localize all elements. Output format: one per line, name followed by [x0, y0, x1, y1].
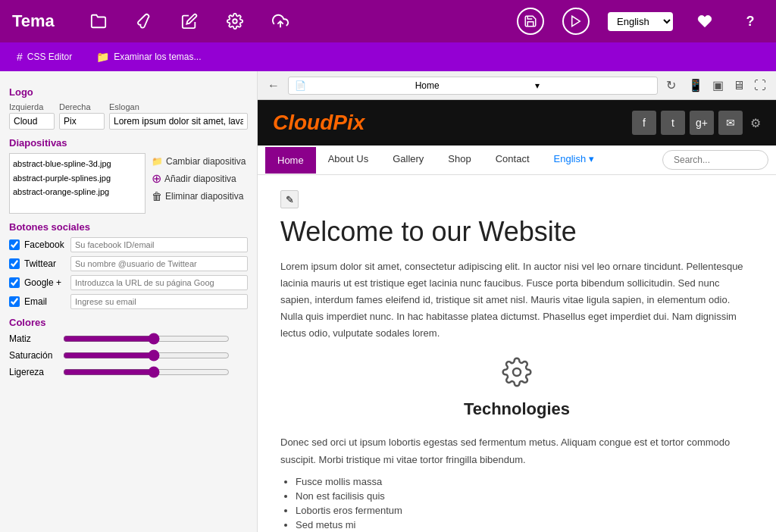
diapo-item-2[interactable]: abstract-purple-splines.jpg	[13, 171, 142, 186]
social-twitter-row: Twittear	[9, 256, 248, 271]
tech-text: Donec sed orci ut ipsum lobortis egestas…	[280, 434, 753, 468]
social-facebook-row: Facebook	[9, 237, 248, 252]
social-icon-2: t	[661, 111, 685, 135]
header-icons: f t g+ ✉ ⚙	[632, 111, 761, 135]
cambiar-diapo-btn[interactable]: 📁 Cambiar diapositiva	[152, 156, 246, 167]
logo-slogan-input[interactable]	[109, 113, 248, 130]
facebook-checkbox[interactable]	[9, 239, 20, 250]
preview: CloudPix f t g+ ✉ ⚙ Home About Us Galler…	[258, 100, 776, 532]
preview-edit-icon[interactable]: ✎	[280, 190, 299, 208]
welcome-text: Lorem ipsum dolor sit amet, consectetur …	[280, 258, 753, 342]
brush-icon[interactable]	[130, 8, 158, 35]
tech-list-item-2: Non est facilisis quis	[296, 490, 753, 502]
google-input[interactable]	[70, 275, 248, 290]
tablet-view-btn[interactable]: ▣	[709, 77, 728, 94]
svg-point-0	[233, 19, 237, 23]
page-icon: 📄	[295, 80, 411, 91]
nav-shop[interactable]: Shop	[436, 146, 483, 174]
right-panel: ← 📄 Home ▾ ↻ 📱 ▣ 🖥 ⛶ CloudPix	[258, 71, 776, 532]
main-content: Logo Izquierda Derecha Eslogan Diapositi…	[0, 71, 776, 532]
upload-icon[interactable]	[267, 8, 294, 35]
phone-view-btn[interactable]: 📱	[684, 77, 707, 94]
email-checkbox[interactable]	[9, 296, 20, 307]
folder-icon[interactable]	[85, 8, 112, 35]
site-logo: CloudPix	[273, 111, 365, 135]
facebook-label: Facebook	[24, 239, 66, 250]
tab-examinar-temas[interactable]: 📁 Examinar los temas...	[86, 46, 211, 67]
tabs-bar: # CSS Editor 📁 Examinar los temas...	[0, 42, 776, 71]
diapo-item-3[interactable]: abstract-orange-spline.jpg	[13, 185, 142, 199]
save-icon[interactable]	[517, 8, 544, 35]
left-panel: Logo Izquierda Derecha Eslogan Diapositi…	[0, 71, 258, 532]
twitter-checkbox[interactable]	[9, 258, 20, 269]
logo-row: Izquierda Derecha Eslogan	[9, 102, 248, 130]
ligereza-row: Ligereza	[9, 366, 248, 378]
url-dropdown-icon[interactable]: ▾	[535, 80, 651, 91]
welcome-title: Welcome to our Website	[280, 216, 753, 248]
logo-left-field: Izquierda	[9, 102, 55, 130]
tech-list: Fusce mollis massa Non est facilisis qui…	[280, 476, 753, 530]
diapo-actions: 📁 Cambiar diapositiva ⊕ Añadir diapositi…	[152, 153, 246, 214]
google-label: Google +	[24, 277, 66, 288]
help-icon[interactable]: ?	[737, 8, 764, 35]
social-icon-4: ✉	[718, 111, 743, 135]
google-checkbox[interactable]	[9, 277, 20, 288]
saturacion-slider[interactable]	[63, 349, 230, 361]
play-icon[interactable]	[562, 8, 590, 35]
nav-home[interactable]: Home	[265, 147, 316, 174]
search-input[interactable]	[662, 150, 768, 170]
social-email-row: Email	[9, 294, 248, 309]
email-label: Email	[24, 296, 66, 307]
diapo-list: abstract-blue-spline-3d.jpg abstract-pur…	[9, 153, 146, 214]
social-icon-1: f	[632, 111, 656, 135]
saturacion-row: Saturación	[9, 349, 248, 361]
social-google-row: Google +	[9, 275, 248, 290]
anadir-diapo-btn[interactable]: ⊕ Añadir diapositiva	[152, 171, 246, 186]
matiz-slider[interactable]	[63, 333, 230, 345]
refresh-button[interactable]: ↻	[662, 77, 680, 94]
tech-section: Technologies	[280, 357, 753, 419]
nav-lang[interactable]: English ▾	[542, 146, 606, 174]
cambiar-icon: 📁	[152, 156, 163, 167]
svg-marker-2	[572, 16, 580, 27]
app-title: Tema	[12, 11, 55, 31]
fullscreen-btn[interactable]: ⛶	[750, 77, 770, 94]
tab-css-editor[interactable]: # CSS Editor	[6, 46, 83, 67]
social-section-title: Botones sociales	[9, 221, 248, 233]
nav-gallery[interactable]: Gallery	[380, 146, 436, 174]
site-nav: Home About Us Gallery Shop Contact Engli…	[258, 146, 776, 175]
tech-list-item-1: Fusce mollis massa	[296, 476, 753, 487]
ligereza-slider[interactable]	[63, 366, 230, 378]
email-input[interactable]	[70, 294, 248, 309]
svg-point-3	[513, 368, 521, 376]
desktop-view-btn[interactable]: 🖥	[729, 77, 749, 94]
logo-section-title: Logo	[9, 86, 248, 98]
twitter-input[interactable]	[70, 256, 248, 271]
social-icon-3: g+	[690, 111, 714, 135]
preview-body: ✎ Welcome to our Website Lorem ipsum dol…	[258, 175, 776, 532]
facebook-input[interactable]	[70, 237, 248, 252]
gear-icon[interactable]	[221, 8, 249, 35]
folder-tab-icon: 📁	[96, 51, 109, 63]
site-header: CloudPix f t g+ ✉ ⚙	[258, 100, 776, 146]
language-select[interactable]: English Español Français	[608, 12, 673, 31]
logo-right-field: Derecha	[59, 102, 105, 130]
heart-icon[interactable]	[691, 8, 718, 35]
diapo-item-1[interactable]: abstract-blue-spline-3d.jpg	[13, 157, 142, 171]
logo-right-input[interactable]	[59, 113, 105, 130]
url-bar: 📄 Home ▾	[288, 77, 658, 95]
matiz-row: Matiz	[9, 333, 248, 345]
pencil-icon[interactable]	[176, 8, 203, 35]
css-editor-icon: #	[17, 51, 23, 63]
logo-left-input[interactable]	[9, 113, 55, 130]
address-bar: ← 📄 Home ▾ ↻ 📱 ▣ 🖥 ⛶	[258, 71, 776, 100]
eliminar-diapo-btn[interactable]: 🗑 Eliminar diapositiva	[152, 190, 246, 202]
tech-icon	[280, 357, 753, 393]
diapo-section-title: Diapositivas	[9, 137, 248, 149]
device-icons: 📱 ▣ 🖥 ⛶	[684, 77, 770, 94]
nav-about[interactable]: About Us	[316, 146, 380, 174]
nav-contact[interactable]: Contact	[483, 146, 542, 174]
anadir-icon: ⊕	[152, 171, 161, 186]
twitter-label: Twittear	[24, 258, 66, 269]
back-button[interactable]: ←	[264, 77, 283, 94]
